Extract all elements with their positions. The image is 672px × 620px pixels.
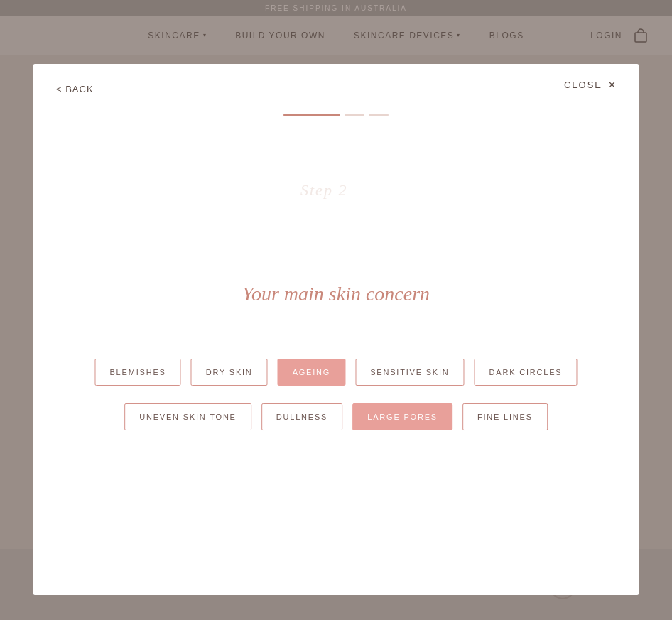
close-button[interactable]: CLOSE ✕: [564, 80, 617, 90]
option-large-pores[interactable]: LARGE PORES: [352, 403, 452, 430]
option-dark-circles[interactable]: DARK CIRCLES: [475, 359, 578, 386]
step-dot-1: [283, 114, 340, 116]
svg-text:Step 2: Step 2: [300, 181, 347, 199]
option-sensitive-skin[interactable]: SENSITIVE SKIN: [355, 359, 464, 386]
modal-container: < BACK CLOSE ✕ Step 2 Your main skin con…: [33, 64, 639, 595]
option-uneven-skin-tone[interactable]: UNEVEN SKIN TONE: [124, 403, 251, 430]
close-icon: ✕: [608, 80, 617, 90]
option-dry-skin[interactable]: DRY SKIN: [191, 359, 268, 386]
back-button[interactable]: < BACK: [56, 84, 94, 94]
question-title: Your main skin concern: [242, 283, 430, 305]
step-dot-3: [369, 114, 389, 116]
option-fine-lines[interactable]: FINE LINES: [462, 403, 548, 430]
step-dot-2: [345, 114, 364, 116]
option-ageing[interactable]: AGEING: [278, 359, 346, 386]
options-row-1: BLEMISHES DRY SKIN AGEING SENSITIVE SKIN…: [94, 359, 577, 386]
step-indicator: [283, 114, 389, 116]
modal-brand-text: Step 2: [293, 174, 379, 207]
option-blemishes[interactable]: BLEMISHES: [94, 359, 180, 386]
brand-logo: Step 2: [293, 174, 379, 202]
option-dullness[interactable]: DULLNESS: [261, 403, 342, 430]
options-row-2: UNEVEN SKIN TONE DULLNESS LARGE PORES FI…: [124, 403, 548, 430]
